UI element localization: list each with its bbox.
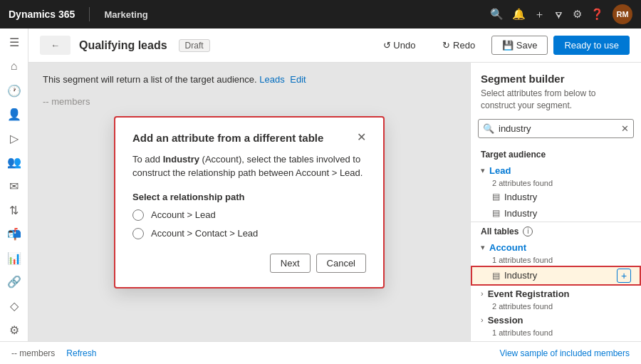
sidebar-mail[interactable]: 📬 [1, 223, 27, 246]
item-label: Industry [504, 270, 613, 281]
nav-module: Marketing [104, 9, 147, 20]
right-panel: Segment builder Select attributes from b… [470, 63, 641, 341]
save-button[interactable]: 💾 Save [491, 36, 548, 55]
account-group: ▾ Account 1 attributes found ▤ Industry … [471, 239, 641, 286]
modal-body-prefix: To add [132, 154, 160, 165]
search-box: 🔍 ✕ [478, 119, 634, 138]
statusbar-sample[interactable]: View sample of included members [499, 348, 630, 358]
info-icon[interactable]: i [523, 227, 533, 236]
modal-body-attr: Industry [163, 154, 199, 165]
radio-group: Account > Lead Account > Contact > Lead [132, 209, 366, 239]
sidebar-analytics[interactable]: ⇅ [1, 199, 27, 222]
clear-search-icon[interactable]: ✕ [621, 123, 629, 134]
item-label: Industry [504, 192, 631, 202]
sidebar-home[interactable]: ⌂ [1, 56, 27, 78]
lead-group: ▾ Lead 2 attributes found ▤ Industry + ▤… [471, 162, 641, 222]
statusbar-members: -- members [11, 348, 55, 358]
chevron-down-icon: ▾ [481, 166, 485, 175]
modal-footer: Next Cancel [132, 254, 366, 273]
statusbar: -- members Refresh View sample of includ… [0, 341, 641, 364]
sidebar-link[interactable]: 🔗 [1, 271, 27, 293]
modal-close-button[interactable]: ✕ [357, 132, 366, 143]
topnav: Dynamics 365 Marketing 🔍 🔔 ＋ ⛛ ⚙ ❓ RM [0, 0, 641, 28]
account-group-header[interactable]: ▾ Account [471, 239, 641, 256]
account-group-name: Account [489, 242, 526, 253]
redo-button[interactable]: ↻ Redo [432, 36, 486, 55]
chevron-right-icon: › [481, 289, 484, 298]
relationship-label: Select a relationship path [132, 192, 366, 202]
sidebar-segments[interactable]: 👥 [1, 151, 27, 174]
lead-group-header[interactable]: ▾ Lead [471, 162, 641, 179]
sidebar-settings[interactable]: ⚙ [1, 318, 27, 341]
session-group-header[interactable]: › Session [471, 312, 641, 328]
help-icon[interactable]: ❓ [590, 8, 604, 21]
table-icon: ▤ [492, 192, 500, 202]
target-audience-label: Target audience [471, 145, 641, 162]
all-tables-label: All tables [481, 227, 518, 236]
modal-body: To add Industry (Account), select the ta… [132, 152, 366, 180]
toolbar: ← Qualifying leads Draft ↺ Undo ↻ Redo 💾… [28, 28, 641, 63]
ready-button[interactable]: Ready to use [553, 36, 630, 55]
all-tables-header: All tables i [471, 222, 641, 239]
topnav-icons: 🔍 🔔 ＋ ⛛ ⚙ ❓ RM [490, 4, 632, 24]
sidebar-chart[interactable]: 📊 [1, 246, 27, 269]
chevron-right-icon: › [481, 316, 484, 324]
modal-overlay: Add an attribute from a different table … [28, 63, 470, 341]
settings-icon[interactable]: ⚙ [573, 8, 582, 21]
new-icon[interactable]: ＋ [534, 8, 545, 21]
lead-industry-item-2[interactable]: ▤ Industry + [471, 205, 641, 222]
status-badge: Draft [179, 39, 210, 52]
sidebar-diamond[interactable]: ◇ [1, 295, 27, 318]
radio-account-lead[interactable]: Account > Lead [132, 209, 366, 221]
radio-account-contact-lead-label: Account > Contact > Lead [151, 228, 258, 239]
user-avatar[interactable]: RM [613, 4, 632, 24]
account-found-count: 1 attributes found [471, 256, 641, 266]
sidebar: ☰ ⌂ 🕐 👤 ▷ 👥 ✉ ⇅ 📬 📊 🔗 ◇ ⚙ [0, 28, 28, 341]
search-input[interactable] [478, 119, 634, 138]
sidebar-recent[interactable]: 🕐 [1, 79, 27, 102]
brand-logo: Dynamics 365 Marketing [9, 7, 148, 21]
event-group-name: Event Registration [488, 288, 570, 299]
panel-subtitle: Select attributes from below to construc… [471, 88, 641, 119]
sidebar-email[interactable]: ✉ [1, 175, 27, 198]
event-group-count: 2 attributes found [471, 302, 641, 312]
back-button[interactable]: ← [40, 36, 71, 55]
notification-icon[interactable]: 🔔 [512, 8, 526, 21]
modal-title: Add an attribute from a different table [132, 132, 357, 144]
lead-group-name: Lead [489, 165, 511, 176]
filter-icon[interactable]: ⛛ [553, 9, 564, 21]
lead-industry-item-1[interactable]: ▤ Industry + [471, 189, 641, 205]
search-icon: 🔍 [483, 123, 494, 134]
table-icon: ▤ [492, 271, 500, 281]
next-button[interactable]: Next [270, 254, 311, 273]
session-group: › Session 1 attributes found [471, 312, 641, 338]
item-label: Industry [504, 208, 631, 219]
radio-account-contact-lead-input[interactable] [132, 228, 144, 239]
event-registration-group: › Event Registration 2 attributes found [471, 286, 641, 312]
lead-group-count: 2 attributes found [471, 179, 641, 189]
table-icon: ▤ [492, 208, 500, 218]
event-group-header[interactable]: › Event Registration [471, 286, 641, 302]
chevron-down-icon: ▾ [481, 243, 485, 252]
sidebar-contacts[interactable]: 👤 [1, 103, 27, 126]
toolbar-actions: ↺ Undo ↻ Redo 💾 Save Ready to use [372, 36, 630, 55]
radio-account-lead-input[interactable] [132, 209, 144, 221]
radio-account-lead-label: Account > Lead [151, 209, 216, 220]
cancel-button[interactable]: Cancel [316, 254, 366, 273]
undo-button[interactable]: ↺ Undo [372, 36, 427, 55]
search-icon[interactable]: 🔍 [490, 8, 504, 21]
sidebar-events[interactable]: ▷ [1, 127, 27, 150]
modal-header: Add an attribute from a different table … [132, 132, 366, 144]
statusbar-refresh[interactable]: Refresh [66, 348, 96, 358]
session-group-count: 1 attributes found [471, 328, 641, 338]
account-industry-item[interactable]: ▤ Industry + [471, 266, 641, 286]
radio-account-contact-lead[interactable]: Account > Contact > Lead [132, 228, 366, 239]
panel-title: Segment builder [471, 63, 641, 88]
nav-divider [89, 7, 90, 21]
brand-name: Dynamics 365 [9, 9, 75, 20]
session-group-name: Session [488, 315, 523, 326]
sidebar-hamburger[interactable]: ☰ [1, 31, 27, 54]
page-title: Qualifying leads [79, 39, 167, 52]
add-item-button[interactable]: + [617, 269, 631, 283]
modal: Add an attribute from a different table … [114, 116, 385, 288]
